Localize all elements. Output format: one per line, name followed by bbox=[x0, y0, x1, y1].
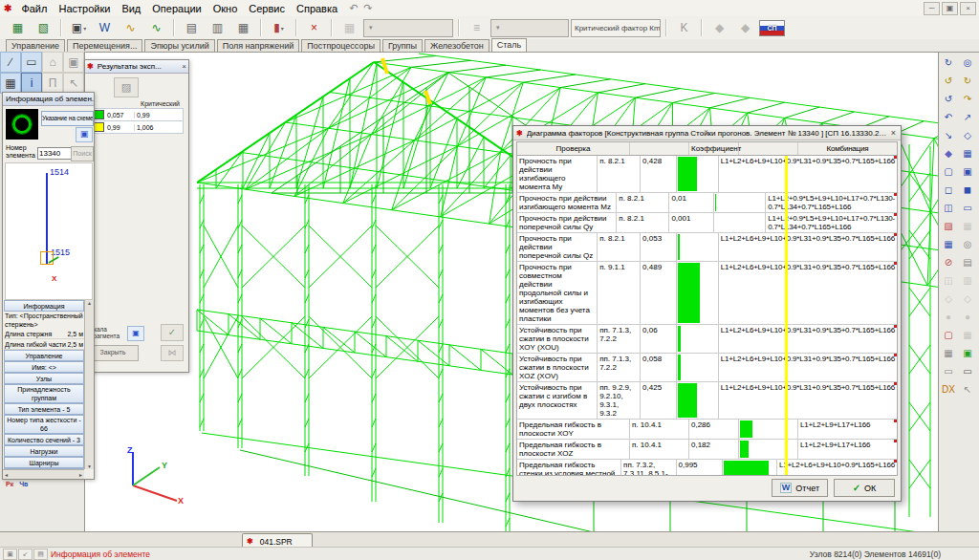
export-elements-table-icon[interactable]: ▧ bbox=[32, 17, 55, 38]
rotate-z-icon[interactable]: ↺ bbox=[939, 90, 958, 108]
tab[interactable]: Перемещения... bbox=[67, 39, 142, 52]
accordion-item[interactable]: Длина гибкой части 2,5 м bbox=[4, 339, 84, 350]
chart-icon[interactable]: ⋈ bbox=[161, 345, 184, 361]
copy-view-icon[interactable]: ◫ bbox=[939, 271, 958, 290]
tab[interactable]: Поля напряжений bbox=[217, 39, 300, 52]
factor-row[interactable]: Устойчивость при сжатии в плоскости XOY … bbox=[517, 325, 897, 354]
cube-top-icon[interactable]: ◫ bbox=[939, 199, 958, 217]
factor-row[interactable]: Предельная гибкость в плоскости XOY п. 1… bbox=[517, 420, 897, 440]
restore-icon[interactable]: ▣ bbox=[942, 2, 958, 15]
accordion-item[interactable]: Имя: <> bbox=[4, 361, 84, 373]
rotate-y-icon[interactable]: ↻ bbox=[958, 72, 977, 90]
cube-left-icon[interactable]: ◻ bbox=[939, 181, 958, 199]
accordion-item[interactable]: Длина стержня 2,5 м bbox=[4, 329, 84, 339]
ok-button[interactable]: ✓ОК bbox=[834, 479, 895, 497]
rk-marker-icon[interactable]: Рк bbox=[6, 481, 13, 487]
pan-icon[interactable]: ◇ bbox=[939, 290, 958, 308]
draw-rod-icon[interactable]: ∕ bbox=[0, 52, 21, 73]
frame-tool-icon[interactable]: ⌂ bbox=[42, 52, 63, 73]
fly-view-icon[interactable]: ↗ bbox=[958, 108, 977, 126]
arrow-view-icon[interactable]: ↘ bbox=[939, 126, 958, 144]
accordion-item[interactable]: Узлы bbox=[4, 373, 84, 384]
tab[interactable]: Эпюры усилий bbox=[144, 39, 214, 52]
report-button[interactable]: WОтчет bbox=[772, 479, 828, 497]
results-table-icon[interactable]: ▤ bbox=[180, 17, 204, 38]
vertical-scrollbar[interactable]: ▲▼ bbox=[84, 300, 94, 469]
tab[interactable]: Постпроцессоры bbox=[301, 39, 381, 52]
folder-icon[interactable]: ▭ bbox=[939, 362, 958, 380]
results-window-titlebar[interactable]: ✱ Результаты эксп... × bbox=[85, 60, 188, 74]
accordion-item[interactable]: Нагрузки bbox=[4, 445, 84, 457]
factor-row[interactable]: Прочность при совместном действии продол… bbox=[517, 262, 897, 325]
fragment-grid-icon[interactable]: ▦ bbox=[939, 235, 958, 253]
tab[interactable]: Группы bbox=[382, 39, 423, 52]
element-info-icon[interactable]: i bbox=[21, 73, 42, 94]
factor-row[interactable]: Прочность при действии изгибающего момен… bbox=[517, 193, 897, 213]
find-button[interactable]: Поиск bbox=[71, 146, 94, 162]
cursor-tool-icon[interactable]: ↖ bbox=[63, 73, 84, 94]
save-view-icon[interactable]: ▥ bbox=[958, 271, 977, 290]
export-green-icon[interactable]: ▣ bbox=[958, 344, 977, 362]
factor-row[interactable]: Прочность при действии поперечной силы Q… bbox=[517, 233, 897, 262]
view-xoz-icon[interactable]: ▣ bbox=[958, 162, 977, 181]
dxf-badge-icon[interactable]: ▭ bbox=[958, 362, 977, 380]
results-settings-icon[interactable]: ▨ bbox=[114, 77, 139, 97]
undo-icon[interactable]: ↶ bbox=[349, 2, 358, 14]
dialog-titlebar[interactable]: ✱ Диаграмма факторов [Конструктивная гру… bbox=[513, 126, 901, 140]
accordion-item[interactable]: Номер типа жесткости - 66 bbox=[4, 415, 84, 434]
fragment-off-icon[interactable]: ▦ bbox=[958, 217, 977, 235]
projection-grid-icon[interactable]: ▦ bbox=[958, 144, 977, 162]
zoom-in-icon[interactable]: ◎ bbox=[958, 235, 977, 253]
draw-plate-icon[interactable]: ▭ bbox=[21, 52, 42, 73]
frame-select-icon[interactable]: ▢ bbox=[939, 326, 958, 344]
rotate-x-icon[interactable]: ↺ bbox=[939, 72, 958, 90]
histogram-icon[interactable]: ▮ bbox=[267, 17, 291, 38]
layout-icon[interactable]: ▤ bbox=[33, 549, 48, 560]
horizontal-scrollbar[interactable]: ◄► bbox=[3, 469, 84, 479]
sep[interactable] bbox=[331, 19, 333, 36]
scale-settings-icon[interactable]: ◆ bbox=[733, 17, 757, 38]
export-nodes-table-icon[interactable]: ▦ bbox=[6, 17, 30, 38]
pan-alt-icon[interactable]: ◇ bbox=[958, 290, 977, 308]
tab[interactable]: Управление bbox=[6, 39, 65, 52]
menu-item[interactable]: Настройки bbox=[53, 2, 116, 15]
accordion-item[interactable]: Информация bbox=[4, 300, 84, 312]
accordion-item[interactable]: Шарниры bbox=[4, 457, 84, 468]
element-number-input[interactable] bbox=[37, 147, 72, 160]
factor-list-combo[interactable] bbox=[490, 19, 569, 37]
sep[interactable] bbox=[665, 19, 667, 36]
sep[interactable] bbox=[60, 19, 62, 36]
menu-item[interactable]: Операции bbox=[146, 2, 207, 15]
capture-icon[interactable]: ▣ bbox=[76, 127, 93, 142]
beam-tool-icon[interactable]: Π bbox=[42, 73, 63, 94]
close-icon[interactable]: × bbox=[182, 62, 186, 71]
dock-icon[interactable]: ↙ bbox=[18, 549, 33, 560]
factor-row[interactable]: Предельная гибкость в плоскости XOZ п. 1… bbox=[517, 440, 897, 460]
rotate-back-icon[interactable]: ↶ bbox=[939, 108, 958, 126]
redo-icon[interactable]: ↷ bbox=[363, 2, 372, 14]
close-icon[interactable]: × bbox=[889, 128, 898, 138]
sphere-a-icon[interactable]: ● bbox=[939, 308, 958, 326]
menu-item[interactable]: Окно bbox=[207, 2, 244, 15]
accordion-item[interactable]: Принадлежность группам bbox=[4, 384, 84, 403]
sphere-b-icon[interactable]: ● bbox=[958, 308, 977, 326]
accordion-item[interactable]: Тип: <Пространственный стержень> bbox=[4, 312, 84, 329]
delete-results-icon[interactable]: × bbox=[302, 17, 326, 38]
dimetric-view-icon[interactable]: ◇ bbox=[958, 126, 977, 144]
accordion-item[interactable]: Тип элемента - 5 bbox=[4, 403, 84, 415]
graph-yellow-icon[interactable]: ∿ bbox=[119, 17, 142, 38]
factor-row[interactable]: Прочность при действии поперечной силы Q… bbox=[517, 213, 897, 233]
fragment-frame-icon[interactable]: ▦ bbox=[337, 17, 361, 38]
print-icon[interactable]: ▤ bbox=[958, 253, 977, 271]
tab[interactable]: Железобетон bbox=[424, 39, 490, 52]
factor-row[interactable]: Устойчивость при сжатии в плоскости XOZ … bbox=[517, 354, 897, 382]
grid-off-icon[interactable]: ▦ bbox=[958, 326, 977, 344]
menu-item[interactable]: Сервис bbox=[243, 2, 291, 15]
stack-icon[interactable]: ≡ bbox=[465, 17, 489, 38]
tab[interactable]: Сталь bbox=[491, 38, 527, 53]
draw-solid-icon[interactable]: ▦ bbox=[0, 73, 21, 94]
monitor-tool-icon[interactable]: ▣ bbox=[63, 52, 84, 73]
pin-icon[interactable]: ▣ bbox=[3, 549, 17, 560]
display-options-icon[interactable]: ▣ bbox=[67, 17, 91, 38]
fragment-scale-icon[interactable]: ▣ bbox=[127, 326, 144, 341]
